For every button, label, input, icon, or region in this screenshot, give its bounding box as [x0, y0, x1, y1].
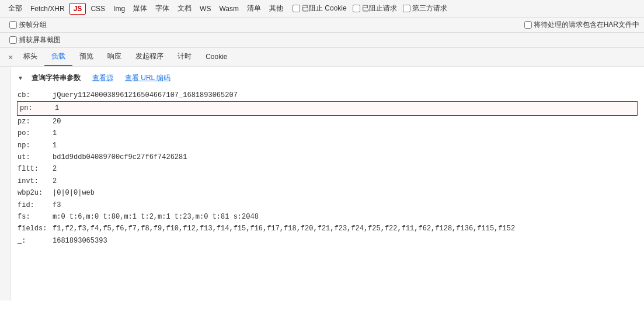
table-row: po: 1 [18, 127, 637, 139]
table-row: fltt: 2 [18, 163, 637, 175]
table-row: invt: 2 [18, 175, 637, 187]
data-value-np: 1 [53, 140, 57, 151]
tabs-bar: × 标头 负载 预览 响应 发起程序 计时 Cookie [0, 48, 644, 67]
filter-fetch[interactable]: Fetch/XHR [27, 4, 68, 14]
panel: ▼ 查询字符串参数 查看源 查看 URL 编码 cb: jQuery112400… [11, 67, 644, 301]
options-bar-1: 按帧分组 将待处理的请求包含在HAR文件中 [0, 18, 644, 33]
data-value-cb: jQuery112400038961216504667107_168189306… [53, 89, 238, 101]
capture-screenshot-label[interactable]: 捕获屏幕截图 [9, 35, 61, 45]
table-row: fs: m:0 t:6,m:0 t:80,m:1 t:2,m:1 t:23,m:… [18, 211, 637, 223]
filter-img[interactable]: Img [110, 4, 128, 14]
table-row: np: 1 [18, 140, 637, 151]
capture-screenshot-text: 捕获屏幕截图 [19, 35, 61, 45]
sub-tab-view-url-encoded[interactable]: 查看 URL 编码 [119, 71, 176, 85]
collapse-arrow[interactable]: ▼ [18, 75, 23, 81]
filter-doc[interactable]: 文档 [174, 2, 195, 15]
data-value-invt: 2 [53, 175, 57, 187]
data-key-cb: cb: [18, 89, 53, 101]
data-key-underscore: _: [18, 235, 53, 247]
blocked-cookie-text: 已阻止 Cookie [302, 4, 347, 13]
sub-tab-view-source[interactable]: 查看源 [86, 71, 119, 85]
data-key-pz: pz: [18, 116, 53, 127]
filter-all[interactable]: 全部 [5, 2, 26, 15]
blocked-request-checkbox[interactable] [353, 5, 360, 12]
blocked-request-text: 已阻止请求 [362, 4, 397, 13]
tab-cookie[interactable]: Cookie [199, 49, 234, 65]
filter-ws[interactable]: WS [196, 4, 214, 14]
group-by-frame-text: 按帧分组 [19, 20, 47, 30]
tab-response[interactable]: 响应 [100, 48, 128, 66]
capture-screenshot-checkbox[interactable] [9, 36, 17, 44]
table-row-highlighted: pn: 1 [18, 102, 637, 115]
table-row: fid: f3 [18, 199, 637, 211]
data-key-fid: fid: [18, 199, 53, 211]
group-by-frame-checkbox[interactable] [9, 21, 17, 29]
data-value-pn: 1 [55, 102, 59, 114]
tab-headers[interactable]: 标头 [16, 48, 44, 66]
table-row: ut: bd1d9ddb04089700cf9c27f6f7426281 [18, 151, 637, 163]
filter-wasm[interactable]: Wasm [215, 4, 242, 14]
table-row: wbp2u: |0|0|0|web [18, 187, 637, 199]
filter-bar: 全部 Fetch/XHR JS CSS Img 媒体 字体 文档 WS Wasm… [0, 0, 644, 18]
tab-payload[interactable]: 负载 [44, 48, 72, 66]
data-value-underscore: 1681893065393 [53, 235, 107, 247]
tab-timing[interactable]: 计时 [170, 48, 199, 66]
filter-manifest[interactable]: 清单 [243, 2, 264, 15]
third-party-label[interactable]: 第三方请求 [403, 4, 447, 13]
blocked-cookie-label[interactable]: 已阻止 Cookie [293, 4, 347, 13]
left-gutter [0, 67, 11, 301]
data-key-np: np: [18, 140, 53, 151]
data-value-ut: bd1d9ddb04089700cf9c27f6f7426281 [53, 151, 187, 163]
data-key-po: po: [18, 127, 53, 139]
har-include-checkbox[interactable] [524, 21, 532, 29]
data-value-fltt: 2 [53, 163, 57, 175]
data-key-fltt: fltt: [18, 163, 53, 175]
table-row: cb: jQuery112400038961216504667107_16818… [18, 89, 637, 101]
data-key-fields: fields: [18, 223, 53, 234]
data-key-pn: pn: [20, 102, 55, 114]
har-include-text: 将待处理的请求包含在HAR文件中 [534, 20, 639, 30]
table-row: fields: f1,f2,f3,f4,f5,f6,f7,f8,f9,f10,f… [18, 223, 637, 234]
data-value-fid: f3 [53, 199, 61, 211]
data-key-fs: fs: [18, 211, 53, 223]
blocked-request-label[interactable]: 已阻止请求 [353, 4, 397, 13]
content-area: ▼ 查询字符串参数 查看源 查看 URL 编码 cb: jQuery112400… [0, 67, 644, 301]
data-key-ut: ut: [18, 151, 53, 163]
har-include-label[interactable]: 将待处理的请求包含在HAR文件中 [524, 20, 639, 30]
table-row: pz: 20 [18, 116, 637, 127]
filter-js[interactable]: JS [69, 3, 86, 15]
group-by-frame-label[interactable]: 按帧分组 [9, 20, 47, 30]
data-value-wbp2u: |0|0|0|web [53, 187, 95, 199]
blocked-cookie-checkbox[interactable] [293, 5, 300, 12]
third-party-text: 第三方请求 [412, 4, 447, 13]
third-party-checkbox[interactable] [403, 5, 410, 12]
filter-font[interactable]: 字体 [152, 2, 173, 15]
filter-media[interactable]: 媒体 [130, 2, 151, 15]
data-table: cb: jQuery112400038961216504667107_16818… [18, 89, 637, 247]
filter-other[interactable]: 其他 [266, 2, 287, 15]
options-bar-2: 捕获屏幕截图 [0, 33, 644, 48]
table-row: _: 1681893065393 [18, 235, 637, 247]
data-value-fs: m:0 t:6,m:0 t:80,m:1 t:2,m:1 t:23,m:0 t:… [53, 211, 259, 223]
tab-initiator[interactable]: 发起程序 [128, 48, 170, 66]
sub-tabs: ▼ 查询字符串参数 查看源 查看 URL 编码 [18, 71, 637, 85]
data-value-fields: f1,f2,f3,f4,f5,f6,f7,f8,f9,f10,f12,f13,f… [53, 223, 515, 234]
data-value-po: 1 [53, 127, 57, 139]
sub-tab-query-params[interactable]: 查询字符串参数 [26, 71, 86, 85]
data-value-pz: 20 [53, 116, 61, 127]
data-key-wbp2u: wbp2u: [18, 187, 53, 199]
data-key-invt: invt: [18, 175, 53, 187]
tab-close-button[interactable]: × [5, 50, 16, 64]
tab-preview[interactable]: 预览 [72, 48, 100, 66]
filter-css[interactable]: CSS [87, 4, 109, 14]
